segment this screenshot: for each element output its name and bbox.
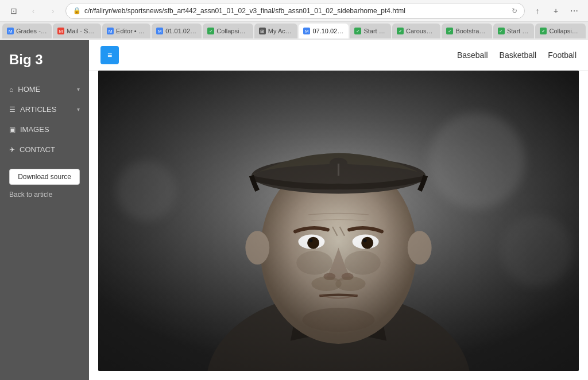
security-icon: 🔒 — [73, 7, 81, 14]
tab-favicon: M — [57, 28, 64, 34]
tab-favicon: M — [107, 28, 114, 34]
tab-favicon: ⊞ — [259, 28, 266, 34]
navbar-link-football[interactable]: Football — [548, 51, 577, 60]
browser-tab-tab1[interactable]: M Grades - AR... — [2, 24, 52, 38]
menu-button[interactable]: ⋯ — [566, 3, 582, 19]
tab-favicon: ✓ — [207, 28, 214, 34]
sidebar-toggle-button[interactable]: ⊡ — [6, 3, 22, 19]
main-content: ≡ BaseballBasketballFootball — [89, 40, 588, 380]
tab-favicon: ✓ — [498, 28, 505, 34]
sidebar-item-label: IMAGES — [20, 125, 49, 134]
browser-chrome: ⊡ ‹ › 🔒 c/r/fallryr/web/sportsnews/sfb_a… — [0, 0, 588, 40]
sidebar-item-articles[interactable]: ☰ ARTICLES ▾ — [0, 99, 89, 119]
browser-tab-tab3[interactable]: M Editor • sinc... — [102, 24, 150, 38]
tab-favicon: M — [303, 28, 310, 34]
browser-tab-tab10[interactable]: ✓ Bootstrap de... — [442, 24, 492, 38]
url-text: c/r/fallryr/web/sportsnews/sfb_art442_as… — [84, 7, 508, 15]
tab-favicon: ✓ — [397, 28, 404, 34]
address-bar[interactable]: 🔒 c/r/fallryr/web/sportsnews/sfb_art442_… — [65, 3, 525, 19]
sidebar-brand: Big 3 — [0, 46, 89, 79]
reload-icon: ↻ — [512, 7, 517, 15]
tab-label: Collapsible s... — [549, 28, 581, 34]
browser-tab-tab2[interactable]: M Mail - Sever... — [53, 24, 101, 38]
browser-tab-tab6[interactable]: ⊞ My Account — [254, 24, 298, 38]
sidebar-item-contact[interactable]: ✈ CONTACT — [0, 139, 89, 160]
browser-tab-tab8[interactable]: ✓ Start Page — [350, 24, 391, 38]
hero-portrait — [98, 71, 579, 371]
browser-tab-tab4[interactable]: M 01.01.02: Sit... — [152, 24, 202, 38]
tab-label: Editor • sinc... — [116, 28, 146, 34]
back-to-article-link[interactable]: Back to article — [9, 191, 80, 199]
sidebar-item-images[interactable]: ▣ IMAGES — [0, 119, 89, 139]
new-tab-button[interactable]: + — [548, 3, 564, 19]
sidebar-item-label: HOME — [18, 85, 40, 94]
tab-label: 07.10.02: Sit... — [312, 28, 344, 34]
tab-label: Collapsible s... — [216, 28, 249, 34]
tab-favicon: ✓ — [354, 28, 361, 34]
browser-tab-tab5[interactable]: ✓ Collapsible s... — [203, 24, 253, 38]
sidebar-actions: Download source Back to article — [0, 160, 89, 208]
sidebar-item-label: CONTACT — [20, 145, 55, 154]
home-icon: ⌂ — [9, 86, 13, 94]
articles-icon: ☰ — [9, 106, 16, 114]
tab-label: My Account — [268, 28, 293, 34]
tab-label: Bootstrap de... — [455, 28, 488, 34]
tab-favicon: M — [156, 28, 163, 34]
browser-tab-tab11[interactable]: ✓ Start Page — [493, 24, 535, 38]
navbar-link-basketball[interactable]: Basketball — [500, 51, 537, 60]
share-button[interactable]: ↑ — [529, 3, 546, 19]
tab-label: Mail - Sever... — [67, 28, 96, 34]
tab-favicon: ✓ — [540, 28, 547, 34]
page-layout: Big 3 ⌂ HOME ▾ ☰ ARTICLES ▾ ▣ IMAGES ✈ C… — [0, 40, 588, 380]
browser-controls: ⊡ ‹ › — [6, 3, 61, 19]
tab-label: Start Page — [507, 28, 530, 34]
tab-label: 01.01.02: Sit... — [165, 28, 197, 34]
back-button[interactable]: ‹ — [25, 3, 41, 19]
tab-bar: M Grades - AR... M Mail - Sever... M Edi… — [0, 22, 588, 40]
tab-label: Grades - AR... — [16, 28, 47, 34]
navbar-links: BaseballBasketballFootball — [457, 51, 577, 60]
tab-label: Start Page — [363, 28, 386, 34]
tab-favicon: M — [7, 28, 14, 34]
browser-actions: ↑ + ⋯ — [529, 3, 582, 19]
sidebar: Big 3 ⌂ HOME ▾ ☰ ARTICLES ▾ ▣ IMAGES ✈ C… — [0, 40, 89, 380]
images-icon: ▣ — [9, 126, 16, 134]
download-source-button[interactable]: Download source — [9, 169, 80, 185]
tab-favicon: ✓ — [446, 28, 453, 34]
sidebar-item-home[interactable]: ⌂ HOME ▾ — [0, 79, 89, 99]
browser-tab-tab12[interactable]: ✓ Collapsible s... — [535, 24, 586, 38]
sidebar-nav: ⌂ HOME ▾ ☰ ARTICLES ▾ ▣ IMAGES ✈ CONTACT — [0, 79, 89, 160]
chevron-icon: ▾ — [77, 106, 80, 113]
navbar-link-baseball[interactable]: Baseball — [457, 51, 488, 60]
hamburger-icon: ≡ — [107, 51, 112, 60]
navbar-toggle-button[interactable]: ≡ — [100, 46, 119, 64]
contact-icon: ✈ — [9, 146, 15, 154]
chevron-icon: ▾ — [77, 86, 80, 92]
tab-label: Carousel Te... — [406, 28, 436, 34]
sidebar-item-label: ARTICLES — [20, 105, 56, 114]
browser-tab-tab9[interactable]: ✓ Carousel Te... — [392, 24, 440, 38]
browser-toolbar: ⊡ ‹ › 🔒 c/r/fallryr/web/sportsnews/sfb_a… — [0, 0, 588, 22]
top-navbar: ≡ BaseballBasketballFootball — [89, 40, 588, 71]
forward-button[interactable]: › — [45, 3, 61, 19]
browser-tab-tab7[interactable]: M 07.10.02: Sit... — [299, 24, 349, 38]
svg-rect-26 — [98, 71, 579, 371]
hero-image-area — [98, 71, 579, 371]
